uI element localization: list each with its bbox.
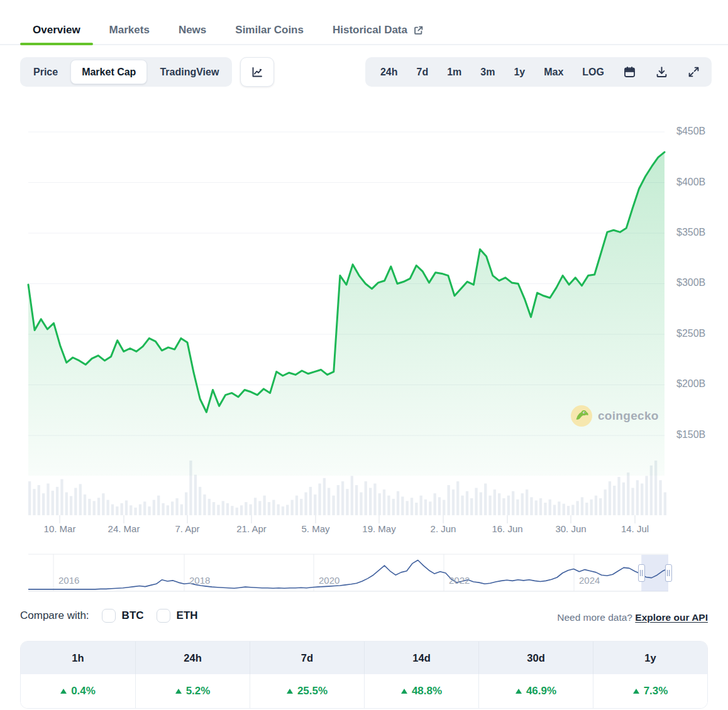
triangle-up-icon <box>516 689 522 694</box>
range-24h[interactable]: 24h <box>371 67 407 78</box>
y-axis-tick: $250B <box>676 328 722 339</box>
api-prompt-text: Need more data? <box>557 612 632 623</box>
col-header-14d: 14d <box>364 642 478 674</box>
eth-checkbox[interactable] <box>157 609 170 623</box>
compare-label: Compare with: <box>20 609 89 622</box>
performance-table: 1h 24h 7d 14d 30d 1y 0.4% 5.2% 25.5% 48.… <box>20 641 708 709</box>
y-axis-tick: $400B <box>676 177 722 188</box>
explore-api-link[interactable]: Explore our API <box>635 612 708 623</box>
performance-table-values: 0.4% 5.2% 25.5% 48.8% 46.9% 7.3% <box>21 674 707 708</box>
expand-button[interactable] <box>678 65 706 79</box>
compare-eth[interactable]: ETH <box>157 609 198 623</box>
eth-label: ETH <box>177 609 198 622</box>
compare-row: Compare with: BTC ETH <box>20 609 198 623</box>
navigator-year-label: 2018 <box>189 575 210 586</box>
chart-type-price[interactable]: Price <box>23 60 69 84</box>
api-prompt: Need more data? Explore our API <box>557 612 708 623</box>
y-axis-tick: $300B <box>676 277 722 288</box>
triangle-up-icon <box>401 689 407 694</box>
chart-type-switch: Price Market Cap TradingView <box>20 57 232 87</box>
navigator-year-label: 2020 <box>319 575 339 586</box>
tab-label: News <box>179 24 206 36</box>
change-7d: 25.5% <box>250 674 364 708</box>
time-range-group: 24h 7d 1m 3m 1y Max LOG <box>365 57 712 87</box>
navigator-year-label: 2016 <box>58 575 79 586</box>
x-axis-tick: 21. Apr <box>236 523 267 534</box>
chart-toolbar: Price Market Cap TradingView 24h 7d 1m 3… <box>20 57 712 87</box>
x-axis-tick: 7. Apr <box>175 523 199 534</box>
line-chart-icon <box>250 65 264 79</box>
triangle-up-icon <box>175 689 182 694</box>
change-1h: 0.4% <box>21 674 135 708</box>
x-axis-tick: 30. Jun <box>555 523 586 534</box>
range-3m[interactable]: 3m <box>471 67 504 78</box>
tab-label: Overview <box>33 24 80 36</box>
timeline-navigator[interactable] <box>28 554 668 591</box>
x-axis-tick: 19. May <box>362 523 395 534</box>
navigator-year-label: 2022 <box>449 575 470 586</box>
tab-historical-data[interactable]: Historical Data <box>320 16 436 44</box>
chart-type-market-cap[interactable]: Market Cap <box>70 60 147 84</box>
change-24h: 5.2% <box>135 674 250 708</box>
navigator-left-handle[interactable] <box>638 564 645 582</box>
chart-style-button[interactable] <box>240 57 274 87</box>
y-axis-tick: $350B <box>676 227 722 238</box>
col-header-1y: 1y <box>593 642 707 674</box>
triangle-up-icon <box>633 689 639 694</box>
change-1y: 7.3% <box>593 674 707 708</box>
y-axis-tick: $200B <box>676 378 722 390</box>
btc-checkbox[interactable] <box>102 609 116 623</box>
tab-overview[interactable]: Overview <box>20 16 93 44</box>
performance-table-header: 1h 24h 7d 14d 30d 1y <box>21 642 707 674</box>
tab-label: Historical Data <box>333 24 407 36</box>
col-header-1h: 1h <box>21 642 135 674</box>
compare-btc[interactable]: BTC <box>102 609 144 623</box>
tab-similar-coins[interactable]: Similar Coins <box>223 16 316 44</box>
tab-label: Similar Coins <box>235 24 304 36</box>
tab-news[interactable]: News <box>166 16 219 44</box>
navigator-year-label: 2024 <box>579 575 600 586</box>
download-button[interactable] <box>646 65 678 79</box>
change-14d: 48.8% <box>364 674 478 708</box>
tab-label: Markets <box>109 24 150 36</box>
calendar-button[interactable] <box>614 65 646 79</box>
x-axis-tick: 24. Mar <box>108 523 140 534</box>
col-header-30d: 30d <box>478 642 593 674</box>
y-axis-tick: $150B <box>676 429 722 440</box>
range-1m[interactable]: 1m <box>438 67 471 78</box>
triangle-up-icon <box>60 689 67 694</box>
range-max[interactable]: Max <box>534 67 573 78</box>
range-1y[interactable]: 1y <box>504 67 534 78</box>
triangle-up-icon <box>287 689 293 694</box>
y-axis-tick: $450B <box>676 126 722 137</box>
navigator-right-handle[interactable] <box>665 564 672 582</box>
tab-markets[interactable]: Markets <box>97 16 162 44</box>
btc-label: BTC <box>122 609 144 622</box>
col-header-7d: 7d <box>250 642 364 674</box>
main-chart-area[interactable] <box>28 113 665 515</box>
page-tabs: Overview Markets News Similar Coins Hist… <box>0 16 728 45</box>
chart-type-tradingview[interactable]: TradingView <box>149 60 229 84</box>
range-log[interactable]: LOG <box>573 67 614 78</box>
x-axis-tick: 5. May <box>301 523 329 534</box>
x-axis-tick: 16. Jun <box>492 523 522 534</box>
external-link-icon <box>413 25 424 36</box>
x-axis-tick: 10. Mar <box>44 523 76 534</box>
x-axis-tick: 2. Jun <box>431 523 456 534</box>
col-header-24h: 24h <box>135 642 250 674</box>
change-30d: 46.9% <box>478 674 593 708</box>
x-axis-tick: 14. Jul <box>621 523 649 534</box>
range-7d[interactable]: 7d <box>407 67 438 78</box>
